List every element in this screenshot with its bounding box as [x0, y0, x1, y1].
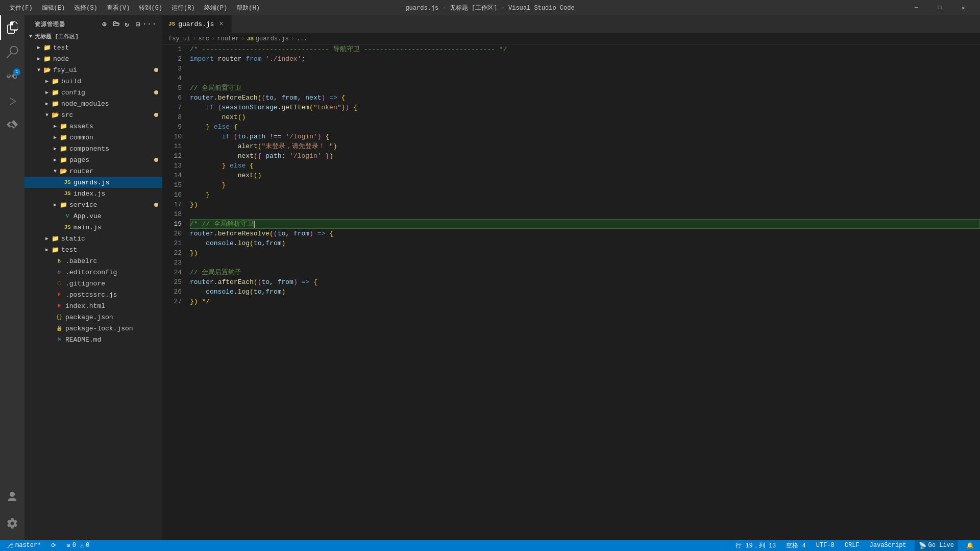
sidebar-item-node[interactable]: ▶ 📁 node	[24, 53, 162, 64]
static-label: static	[61, 235, 85, 243]
sidebar-item-index-html[interactable]: H index.html	[24, 300, 162, 312]
menu-run[interactable]: 运行(R)	[167, 3, 199, 13]
sidebar-item-workspace[interactable]: ▼ 无标题 [工作区]	[24, 31, 162, 42]
code-token: )	[341, 103, 346, 112]
breadcrumb-fsy-ui[interactable]: fsy_ui	[168, 35, 190, 42]
sidebar-item-static[interactable]: ▶ 📁 static	[24, 233, 162, 244]
sync-status[interactable]: ⟳	[49, 540, 58, 551]
workspace-arrow: ▼	[27, 34, 35, 39]
activity-account[interactable]	[0, 485, 24, 509]
breadcrumb-src[interactable]: src	[198, 35, 209, 42]
close-button[interactable]: ✕	[951, 0, 975, 15]
sidebar-item-gitignore[interactable]: ⬡ .gitignore	[24, 278, 162, 289]
sidebar-item-editorconfig[interactable]: ⚙ .editorconfig	[24, 267, 162, 278]
sidebar-item-app-vue[interactable]: V App.vue	[24, 210, 162, 222]
tab-close-button[interactable]: ×	[217, 20, 225, 28]
line-num-7: 7	[162, 103, 182, 112]
line-num-19: 19	[162, 219, 182, 229]
sidebar-item-readme-md[interactable]: M README.md	[24, 334, 162, 345]
sidebar-item-main-js[interactable]: JS main.js	[24, 222, 162, 233]
git-branch-status[interactable]: ⎇ master*	[4, 540, 43, 551]
refresh-button[interactable]: ↻	[122, 19, 132, 29]
sidebar-item-test-root[interactable]: ▶ 📁 test	[24, 42, 162, 53]
tab-js-icon: JS	[168, 21, 175, 27]
assets-label: assets	[69, 123, 93, 130]
code-token: alert	[238, 141, 258, 151]
language-status[interactable]: JavaScript	[868, 540, 909, 551]
code-token: ,	[274, 93, 282, 103]
sidebar-item-router[interactable]: ▼ 📂 router	[24, 165, 162, 177]
menu-select[interactable]: 选择(S)	[70, 3, 102, 13]
sidebar-item-postcssrc[interactable]: P .postcssrc.js	[24, 289, 162, 300]
code-line-10: if (to.path !== '/login') {	[190, 132, 980, 141]
new-folder-button[interactable]: 🗁	[111, 19, 120, 29]
sidebar-item-fsy_ui[interactable]: ▼ 📂 fsy_ui	[24, 64, 162, 76]
sidebar-item-config[interactable]: ▶ 📁 config	[24, 87, 162, 98]
breadcrumb-js-icon: JS	[247, 36, 254, 42]
errors-status[interactable]: ⊗ 0 ⚠ 0	[64, 540, 91, 551]
language-label: JavaScript	[870, 542, 906, 549]
sidebar-item-node_modules[interactable]: ▶ 📁 node_modules	[24, 98, 162, 109]
notifications-status[interactable]: 🔔	[964, 540, 976, 551]
activity-settings[interactable]	[0, 511, 24, 536]
vue-file-icon: V	[63, 212, 71, 220]
sidebar-item-package-lock-json[interactable]: 🔒 package-lock.json	[24, 323, 162, 334]
activity-search[interactable]	[0, 40, 24, 64]
breadcrumb-guards-js[interactable]: guards.js	[256, 35, 289, 42]
sidebar-item-components[interactable]: ▶ 📁 components	[24, 143, 162, 154]
sidebar-item-common[interactable]: ▶ 📁 common	[24, 132, 162, 143]
new-file-button[interactable]: ⊕	[100, 19, 109, 29]
sidebar-item-build[interactable]: ▶ 📁 build	[24, 76, 162, 87]
tab-guards-js[interactable]: JS guards.js ×	[162, 15, 232, 33]
maximize-button[interactable]: □	[928, 0, 951, 15]
code-line-5: // 全局前置守卫	[190, 83, 980, 93]
sidebar-item-test[interactable]: ▶ 📁 test	[24, 244, 162, 255]
menu-file[interactable]: 文件(F)	[5, 3, 37, 13]
line-ending-status[interactable]: CRLF	[843, 540, 862, 551]
code-token	[190, 122, 206, 132]
sidebar-item-service[interactable]: ▶ 📁 service	[24, 199, 162, 210]
git-branch-icon: ⎇	[6, 542, 13, 549]
code-token: // 全局后置钩子	[190, 268, 241, 277]
code-token: })	[190, 248, 198, 258]
activity-explorer[interactable]	[0, 15, 24, 40]
code-line-15: }	[190, 180, 980, 190]
folder-icon: 📁	[59, 145, 67, 153]
code-content[interactable]: /* -------------------------------- 导航守卫…	[188, 44, 980, 540]
code-token: =>	[317, 229, 326, 238]
code-line-13: } else {	[190, 161, 980, 171]
menu-goto[interactable]: 转到(G)	[135, 3, 166, 13]
code-token	[190, 190, 206, 200]
code-editor[interactable]: 1 2 3 4 5 6 7 8 9 10 11 12 13 14 15 16 1…	[162, 44, 980, 540]
indentation-status[interactable]: 空格 4	[784, 540, 807, 551]
menu-edit[interactable]: 编辑(E)	[38, 3, 69, 13]
sidebar-item-package-json[interactable]: {} package.json	[24, 312, 162, 323]
sidebar-item-src[interactable]: ▼ 📂 src	[24, 109, 162, 121]
sidebar-item-pages[interactable]: ▶ 📁 pages	[24, 154, 162, 165]
code-line-24: // 全局后置钩子	[190, 268, 980, 277]
sidebar-item-guards-js[interactable]: JS guards.js	[24, 177, 162, 188]
activity-source-control[interactable]: 1	[0, 64, 24, 89]
breadcrumb-more[interactable]: ...	[297, 35, 308, 42]
activity-run[interactable]	[0, 89, 24, 113]
collapse-button[interactable]: ⊟	[134, 19, 143, 29]
cursor-position-status[interactable]: 行 19，列 13	[733, 540, 778, 551]
go-live-status[interactable]: 📡 Go Live	[915, 540, 958, 551]
more-actions-button[interactable]: ···	[145, 19, 154, 29]
menu-terminal[interactable]: 终端(P)	[200, 3, 232, 13]
encoding-status[interactable]: UTF-8	[814, 540, 837, 551]
config-label: config	[61, 89, 85, 97]
warning-icon: ⚠	[80, 542, 84, 549]
postcssrc-label: .postcssrc.js	[65, 291, 117, 299]
code-token: if	[206, 103, 214, 112]
code-token: ,	[270, 277, 278, 287]
sidebar-item-index-js[interactable]: JS index.js	[24, 188, 162, 199]
fsy-ui-label: fsy_ui	[53, 66, 77, 74]
sidebar-item-babelrc[interactable]: B .babelrc	[24, 255, 162, 267]
sidebar-item-assets[interactable]: ▶ 📁 assets	[24, 121, 162, 132]
breadcrumb-router[interactable]: router	[217, 35, 239, 42]
menu-view[interactable]: 查看(V)	[103, 3, 134, 13]
minimize-button[interactable]: ─	[904, 0, 928, 15]
activity-extensions[interactable]	[0, 113, 24, 138]
menu-help[interactable]: 帮助(H)	[232, 3, 264, 13]
